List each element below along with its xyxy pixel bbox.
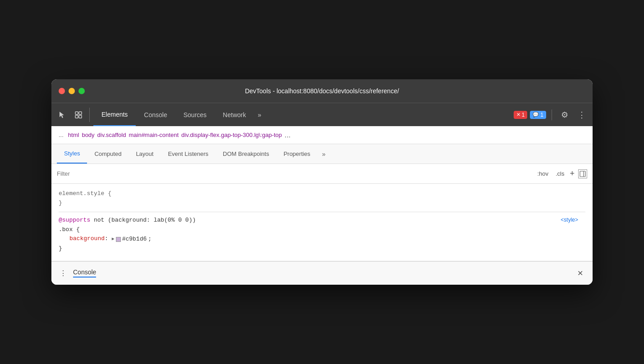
tab-styles[interactable]: Styles	[57, 144, 87, 164]
maximize-button[interactable]	[78, 88, 85, 94]
tab-properties[interactable]: Properties	[276, 144, 317, 164]
window-title: DevTools - localhost:8080/docs/devtools/…	[245, 87, 399, 95]
svg-rect-0	[75, 112, 78, 114]
minimize-button[interactable]	[69, 88, 75, 94]
css-color-value: #c9b1d6	[122, 235, 147, 244]
main-tabbar: Elements Console Sources Network » ✕ 1 💬…	[51, 103, 593, 126]
css-block-element-style: element.style { }	[59, 189, 585, 208]
gear-icon[interactable]: ⚙	[557, 108, 572, 122]
devtools-window: DevTools - localhost:8080/docs/devtools/…	[51, 79, 593, 284]
toggle-sidebar-button[interactable]	[578, 169, 587, 178]
breadcrumb-bar: ... html body div.scaffold main#main-con…	[51, 126, 593, 144]
drawer-options-button[interactable]: ⋮	[57, 267, 69, 279]
css-at-rest: not (background: lab(0% 0 0))	[90, 217, 196, 223]
add-style-button[interactable]: +	[570, 169, 575, 178]
color-value-container: ▶#c9b1d6;	[112, 235, 152, 244]
breadcrumb-end-dots: ...	[285, 131, 290, 139]
traffic-lights	[59, 88, 85, 94]
svg-rect-2	[75, 115, 78, 118]
svg-rect-1	[79, 112, 82, 114]
tab-dom-breakpoints[interactable]: DOM Breakpoints	[216, 144, 276, 164]
css-property: background	[69, 235, 105, 242]
cls-button[interactable]: .cls	[554, 169, 566, 178]
console-drawer-label[interactable]: Console	[73, 268, 96, 278]
drawer-close-button[interactable]: ✕	[574, 267, 586, 279]
css-separator	[59, 212, 585, 212]
color-swatch[interactable]	[116, 237, 121, 242]
hov-button[interactable]: :hov	[535, 169, 550, 178]
css-block-supports: <style> @supports not (background: lab(0…	[59, 216, 585, 254]
tabbar-right-icons: ✕ 1 💬 1 ⚙ ⋮	[514, 108, 589, 122]
error-count: 1	[522, 112, 525, 118]
breadcrumb-more[interactable]: ...	[57, 131, 65, 139]
css-at-rule: @supports	[59, 217, 90, 223]
inspect-icon[interactable]	[71, 108, 86, 122]
css-content-area: element.style { } <style> @supports not …	[51, 184, 593, 261]
separator	[552, 109, 552, 120]
tab-elements[interactable]: Elements	[93, 103, 136, 126]
breadcrumb-main[interactable]: main#main-content	[129, 132, 179, 138]
breadcrumb-html[interactable]: html	[68, 132, 79, 138]
styles-tabbar: Styles Computed Layout Event Listeners D…	[51, 144, 593, 164]
chat-count: 1	[540, 112, 543, 118]
breadcrumb-div-scaffold[interactable]: div.scaffold	[97, 132, 126, 138]
css-close-brace: }	[59, 245, 62, 252]
css-selector: .box {	[59, 226, 80, 233]
css-colon: :	[105, 235, 112, 242]
titlebar: DevTools - localhost:8080/docs/devtools/…	[51, 79, 593, 103]
devtools-icon-group	[55, 108, 90, 122]
tab-layout[interactable]: Layout	[129, 144, 161, 164]
element-style-close: }	[59, 200, 62, 206]
error-icon: ✕	[516, 112, 520, 118]
filter-bar: :hov .cls +	[51, 164, 593, 184]
chat-badge[interactable]: 💬 1	[530, 111, 546, 119]
tab-network[interactable]: Network	[215, 103, 254, 126]
tab-event-listeners[interactable]: Event Listeners	[161, 144, 216, 164]
cursor-icon[interactable]	[55, 108, 69, 122]
color-expand-arrow[interactable]: ▶	[112, 236, 115, 243]
kebab-menu-icon[interactable]: ⋮	[575, 108, 589, 122]
error-badge[interactable]: ✕ 1	[514, 111, 528, 119]
svg-rect-4	[580, 171, 585, 177]
tab-console[interactable]: Console	[136, 103, 175, 126]
styles-tabs-overflow[interactable]: »	[319, 150, 328, 158]
breadcrumb-div-long[interactable]: div.display-flex.gap-top-300.lg\:gap-top	[181, 132, 282, 138]
close-button[interactable]	[59, 88, 65, 94]
breadcrumb-body[interactable]: body	[82, 132, 94, 138]
chat-icon: 💬	[533, 112, 539, 118]
svg-rect-3	[79, 115, 82, 118]
filter-actions: :hov .cls +	[535, 169, 587, 178]
main-tabs: Elements Console Sources Network »	[93, 103, 514, 126]
element-style-selector: element.style {	[59, 190, 111, 197]
css-semicolon: ;	[148, 235, 152, 244]
tab-computed[interactable]: Computed	[87, 144, 129, 164]
style-source-link[interactable]: <style>	[561, 216, 578, 224]
filter-input[interactable]	[57, 170, 532, 177]
console-drawer: ⋮ Console ✕	[51, 261, 593, 285]
tab-sources[interactable]: Sources	[175, 103, 215, 126]
tabs-overflow-button[interactable]: »	[254, 111, 265, 118]
